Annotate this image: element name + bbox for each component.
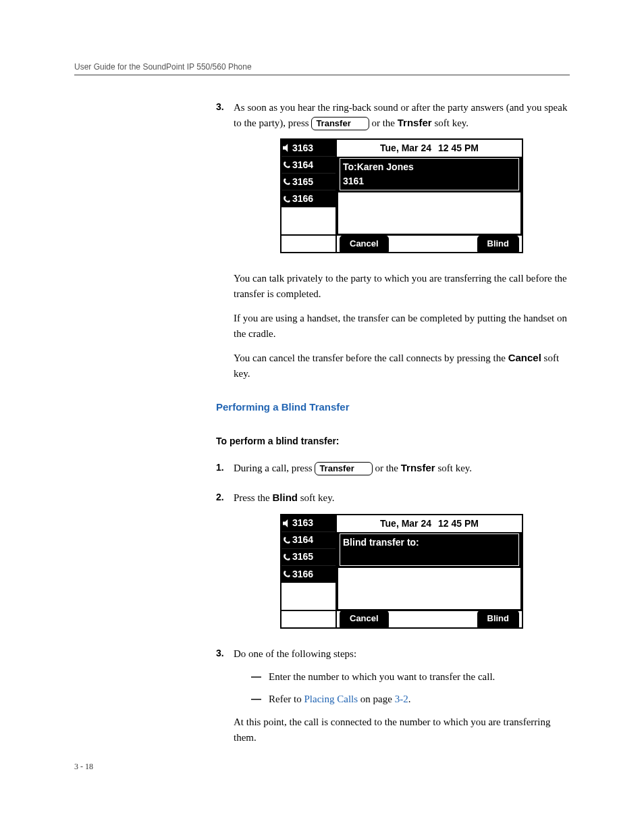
main-empty-area xyxy=(338,192,520,234)
phone-icon xyxy=(283,178,291,186)
transfer-hardkey-icon: Transfer xyxy=(315,462,372,475)
sub-step-text: Enter the number to which you want to tr… xyxy=(269,669,495,685)
status-bar: Tue, Mar 24 12 45 PM xyxy=(337,140,522,157)
body-paragraph: At this point, the call is connected to … xyxy=(234,714,570,745)
line-key-column: 3163 3164 3165 xyxy=(281,140,337,234)
line-label: 3164 xyxy=(292,533,313,547)
step-text: Press the Blind soft key. xyxy=(234,490,570,506)
line-label: 3164 xyxy=(292,158,313,172)
line-key-1[interactable]: 3163 xyxy=(281,515,336,532)
line-key-3[interactable]: 3165 xyxy=(281,174,336,190)
status-date: Tue, Mar 24 xyxy=(380,141,431,155)
link-page-ref[interactable]: 3-2 xyxy=(395,694,408,704)
dash-icon: — xyxy=(251,692,269,707)
line-key-1[interactable]: 3163 xyxy=(281,140,336,157)
transfer-to-label: To:Karen Jones xyxy=(343,160,516,174)
transfer-hardkey-icon: Transfer xyxy=(311,117,369,130)
line-key-4[interactable]: 3166 xyxy=(281,190,336,207)
line-key-column: 3163 3164 3165 xyxy=(281,515,337,610)
step-text: As soon as you hear the ring-back sound … xyxy=(234,100,570,130)
phone-icon xyxy=(283,536,291,544)
running-header: User Guide for the SoundPoint IP 550/560… xyxy=(74,62,570,72)
step-3-bottom: 3. Do one of the following steps: — Ente… xyxy=(216,646,570,754)
phone-display-2: 3163 3164 3165 xyxy=(280,514,523,629)
line-label: 3163 xyxy=(292,141,313,155)
line-label: 3166 xyxy=(292,567,313,581)
phone-icon xyxy=(283,161,291,169)
status-time: 12 45 PM xyxy=(438,517,479,531)
softkey-blind[interactable]: Blind xyxy=(477,235,520,253)
status-time: 12 45 PM xyxy=(438,141,479,155)
step-text: During a call, press Transfer or the Trn… xyxy=(234,461,570,476)
link-placing-calls[interactable]: Placing Calls xyxy=(304,694,358,704)
step-2: 2. Press the Blind soft key. 3163 xyxy=(216,490,570,640)
line-key-4[interactable]: 3166 xyxy=(281,566,336,583)
body-paragraph: You can cancel the transfer before the c… xyxy=(234,350,570,381)
list-number: 2. xyxy=(216,490,234,640)
list-number: 1. xyxy=(216,461,234,484)
svg-marker-1 xyxy=(283,519,288,527)
softkey-cancel[interactable]: Cancel xyxy=(340,610,389,627)
main-empty-area xyxy=(338,568,520,609)
speaker-icon xyxy=(283,144,291,152)
line-label: 3165 xyxy=(292,550,313,564)
sub-step: — Refer to Placing Calls on page 3-2. xyxy=(251,692,570,707)
phone-icon xyxy=(283,195,291,203)
prompt-label: Blind transfer to: xyxy=(343,536,516,550)
prompt-input-area[interactable] xyxy=(343,550,516,564)
status-date: Tue, Mar 24 xyxy=(380,517,431,531)
list-number: 3. xyxy=(216,100,234,264)
softkey-blind[interactable]: Blind xyxy=(477,610,520,627)
phone-icon xyxy=(283,553,291,561)
sub-step: — Enter the number to which you want to … xyxy=(251,669,570,685)
status-bar: Tue, Mar 24 12 45 PM xyxy=(337,515,522,532)
page-number: 3 - 18 xyxy=(74,762,93,772)
line-key-2[interactable]: 3164 xyxy=(281,157,336,174)
phone-display-1: 3163 3164 3165 xyxy=(280,138,523,253)
line-key-2[interactable]: 3164 xyxy=(281,532,336,549)
speaker-icon xyxy=(283,519,291,527)
body-paragraph: If you are using a handset, the transfer… xyxy=(234,311,570,341)
transfer-target-box: To:Karen Jones 3161 xyxy=(340,158,519,190)
section-heading: Performing a Blind Transfer xyxy=(216,400,570,415)
dash-icon: — xyxy=(251,669,269,685)
header-divider xyxy=(74,74,570,76)
line-key-3[interactable]: 3165 xyxy=(281,549,336,566)
body-paragraph: You can talk privately to the party to w… xyxy=(234,271,570,301)
svg-marker-0 xyxy=(283,144,288,152)
step-3-top: 3. As soon as you hear the ring-back sou… xyxy=(216,100,570,264)
phone-icon xyxy=(283,570,291,578)
sub-step-text: Refer to Placing Calls on page 3-2. xyxy=(269,692,410,707)
list-number: 3. xyxy=(216,646,234,754)
softkey-cancel[interactable]: Cancel xyxy=(340,235,389,253)
line-label: 3163 xyxy=(292,516,313,530)
step-1: 1. During a call, press Transfer or the … xyxy=(216,461,570,484)
blind-transfer-prompt: Blind transfer to: xyxy=(340,533,519,566)
step-text: Do one of the following steps: xyxy=(234,646,570,662)
procedure-heading: To perform a blind transfer: xyxy=(216,434,570,448)
line-label: 3166 xyxy=(292,192,313,206)
transfer-number: 3161 xyxy=(343,174,516,188)
line-label: 3165 xyxy=(292,175,313,189)
